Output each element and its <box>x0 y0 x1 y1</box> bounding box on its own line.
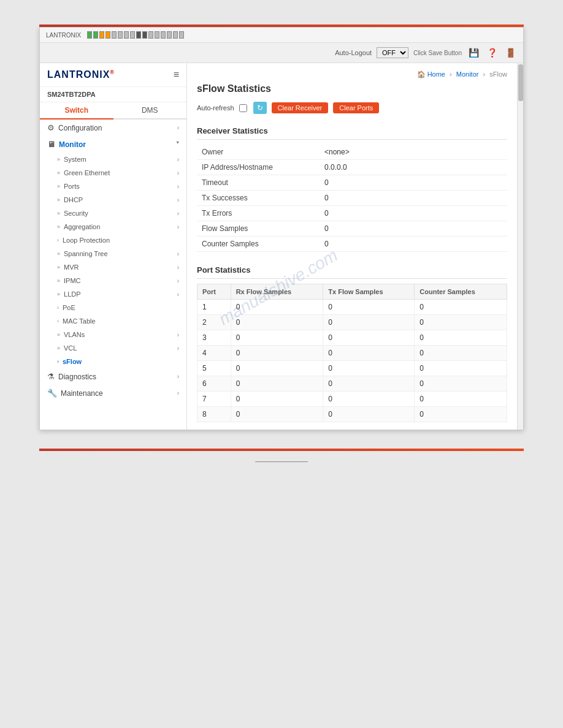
sidebar-item-loop-protection[interactable]: › Loop Protection <box>40 233 186 247</box>
sidebar-item-security[interactable]: » Security › <box>40 207 186 220</box>
tx-samples: 0 <box>323 376 415 392</box>
sub-bullet-icon: » <box>57 291 60 297</box>
sidebar-sub-label: VLANs <box>64 331 85 338</box>
port-indicator <box>173 31 178 39</box>
sidebar-item-system[interactable]: » System › <box>40 153 186 166</box>
device-header: LANTRONIX <box>40 28 523 43</box>
breadcrumb-home[interactable]: 🏠 Home <box>417 70 445 78</box>
sidebar-item-configuration[interactable]: ⚙ Configuration › <box>40 119 186 136</box>
refresh-button[interactable]: ↻ <box>253 102 267 114</box>
stat-value: 0 <box>320 175 507 191</box>
sub-bullet-icon: » <box>57 345 60 351</box>
port-indicator <box>87 31 92 39</box>
sidebar-sub-label: sFlow <box>63 358 82 365</box>
sidebar-item-spanning-tree[interactable]: » Spanning Tree › <box>40 247 186 260</box>
table-row: 1 0 0 0 <box>197 300 507 315</box>
chevron-right-icon: › <box>177 224 179 230</box>
sidebar-item-monitor[interactable]: 🖥 Monitor ˅ <box>40 136 186 153</box>
sidebar-item-label: Maintenance <box>61 389 103 398</box>
breadcrumb-monitor[interactable]: Monitor <box>456 70 479 78</box>
sidebar-sub-label: System <box>64 156 86 163</box>
chevron-right-icon: › <box>177 197 179 203</box>
sub-bullet-icon: » <box>57 332 60 338</box>
sidebar-item-dhcp[interactable]: » DHCP › <box>40 193 186 207</box>
counter-samples: 0 <box>415 361 507 376</box>
logout-icon[interactable]: 🚪 <box>504 46 517 59</box>
port-indicator <box>179 31 184 39</box>
port-indicator <box>112 31 117 39</box>
content-area: 🏠 Home › Monitor › sFlow sFlow Statistic… <box>187 63 517 430</box>
stat-label: Counter Samples <box>197 237 320 252</box>
rx-samples: 0 <box>231 346 323 361</box>
clear-receiver-button[interactable]: Clear Receiver <box>272 102 329 113</box>
sub-bullet-icon: » <box>57 224 60 230</box>
tab-dms[interactable]: DMS <box>113 102 187 118</box>
port-number: 8 <box>197 407 231 422</box>
auto-logout-label: Auto-Logout <box>335 49 372 56</box>
chevron-right-icon: › <box>177 251 179 257</box>
scrollbar[interactable] <box>517 63 523 430</box>
sidebar-item-mvr[interactable]: » MVR › <box>40 260 186 274</box>
port-indicator <box>155 31 159 39</box>
stat-value: 0 <box>320 191 507 206</box>
counter-samples: 0 <box>415 376 507 392</box>
sidebar-item-lldp[interactable]: » LLDP › <box>40 287 186 301</box>
port-number: 5 <box>197 361 231 376</box>
sidebar-item-sflow[interactable]: › sFlow <box>40 355 186 368</box>
sidebar-item-ports[interactable]: » Ports › <box>40 180 186 193</box>
counter-samples: 0 <box>415 330 507 346</box>
sidebar-brand: LANTRONIX® ≡ <box>40 63 186 87</box>
tab-switch[interactable]: Switch <box>40 102 113 119</box>
sub-bullet-icon: › <box>57 305 59 311</box>
counter-samples: 0 <box>415 346 507 361</box>
auto-logout-select[interactable]: OFF <box>377 47 408 58</box>
sidebar-sub-label: Loop Protection <box>63 237 110 244</box>
col-counter: Counter Samples <box>415 284 507 300</box>
counter-samples: 0 <box>415 300 507 315</box>
chevron-right-icon: › <box>177 264 179 271</box>
clear-ports-button[interactable]: Clear Ports <box>333 102 379 113</box>
sidebar-item-diagnostics[interactable]: ⚗ Diagnostics › <box>40 368 186 385</box>
sidebar-item-green-ethernet[interactable]: » Green Ethernet › <box>40 166 186 180</box>
sidebar-item-vcl[interactable]: » VCL › <box>40 341 186 355</box>
table-row: Tx Successes 0 <box>197 191 507 206</box>
rx-samples: 0 <box>231 315 323 330</box>
sidebar-sub-label: Security <box>64 210 88 217</box>
sidebar-item-vlans[interactable]: » VLANs › <box>40 328 186 341</box>
table-row: 3 0 0 0 <box>197 330 507 346</box>
monitor-icon: 🖥 <box>47 140 55 149</box>
sidebar-item-aggregation[interactable]: » Aggregation › <box>40 220 186 233</box>
maintenance-icon: 🔧 <box>47 389 57 398</box>
chevron-right-icon: › <box>177 124 179 131</box>
sub-bullet-icon: » <box>57 278 60 284</box>
tx-samples: 0 <box>323 407 415 422</box>
chevron-right-icon: › <box>177 183 179 190</box>
port-indicator <box>161 31 166 39</box>
auto-refresh-checkbox[interactable] <box>239 104 247 112</box>
hamburger-icon[interactable]: ≡ <box>174 69 179 80</box>
chevron-right-icon: › <box>177 345 179 352</box>
sidebar-sub-label: Aggregation <box>64 223 100 230</box>
rx-samples: 0 <box>231 300 323 315</box>
save-icon[interactable]: 💾 <box>467 46 480 59</box>
chevron-right-icon: › <box>177 390 179 396</box>
scroll-thumb[interactable] <box>518 64 523 101</box>
port-statistics-table: Port Rx Flow Samples Tx Flow Samples Cou… <box>197 284 507 422</box>
tx-samples: 0 <box>323 392 415 407</box>
sub-bullet-icon: » <box>57 170 60 176</box>
stat-label: Tx Errors <box>197 206 320 221</box>
port-indicator <box>148 31 153 39</box>
brand-logo: LANTRONIX® <box>47 69 115 80</box>
tx-samples: 0 <box>323 330 415 346</box>
sidebar-item-ipmc[interactable]: » IPMC › <box>40 274 186 287</box>
stat-label: Tx Successes <box>197 191 320 206</box>
chevron-right-icon: › <box>177 156 179 163</box>
sidebar-item-mac-table[interactable]: › MAC Table <box>40 314 186 328</box>
sidebar-item-maintenance[interactable]: 🔧 Maintenance › <box>40 385 186 401</box>
sidebar-item-poe[interactable]: › PoE <box>40 301 186 314</box>
table-row: 8 0 0 0 <box>197 407 507 422</box>
help-icon[interactable]: ❓ <box>485 46 499 59</box>
sub-bullet-icon: » <box>57 210 60 216</box>
table-row: 2 0 0 0 <box>197 315 507 330</box>
stat-label: Flow Samples <box>197 221 320 237</box>
